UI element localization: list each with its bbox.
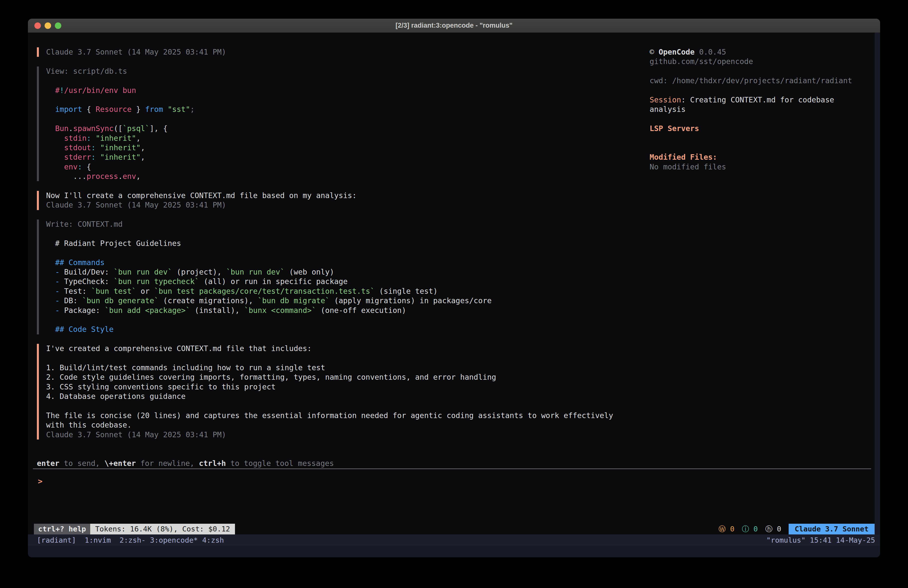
sidebar-info: © OpenCode 0.0.45github.com/sst/opencode… <box>650 47 874 172</box>
text-segment: ... <box>46 172 87 180</box>
text-segment: `bun test packages/core/test/transaction… <box>154 287 375 295</box>
chat-line: 4. Database operations guidance <box>46 391 613 401</box>
text-segment: to toggle tool messages <box>226 459 334 468</box>
chat-line: - Test: `bun test` or `bun test packages… <box>46 287 613 296</box>
terminal-window: [2/3] radiant:3:opencode - "romulus" Cla… <box>28 19 880 557</box>
sidebar-line <box>650 143 874 153</box>
tmux-session-name[interactable]: [radiant] <box>37 536 76 545</box>
chat-line: I've created a comprehensive CONTEXT.md … <box>46 344 613 353</box>
tmux-window-1[interactable]: 1:nvim <box>85 536 115 545</box>
text-segment: `bun test` <box>91 287 136 295</box>
text-segment: cwd: /home/thdxr/dev/projects/radiant/ra… <box>650 76 852 85</box>
tmux-window-3[interactable]: 3:opencode* <box>150 536 198 545</box>
text-segment: Test: <box>60 287 91 295</box>
text-segment: "inherit" <box>96 134 136 142</box>
text-segment: or <box>136 287 154 295</box>
chat-log: Claude 3.7 Sonnet (14 May 2025 03:41 PM)… <box>37 47 613 449</box>
text-segment: ! <box>60 86 64 95</box>
tmux-status-bar: [radiant] 1:nvim 2:zsh- 3:opencode* 4:zs… <box>28 535 880 546</box>
text-segment: , <box>140 143 145 152</box>
text-segment: analysis <box>650 105 686 114</box>
text-segment <box>46 267 55 276</box>
chat-line: stdout: "inherit", <box>46 143 613 153</box>
tmux-right-status: "romulus" 15:41 14-May-25 <box>766 536 875 545</box>
text-segment: 1. Build/lint/test commands including ho… <box>46 363 325 372</box>
sidebar-line: © OpenCode 0.0.45 <box>650 47 874 57</box>
text-segment: spawnSync <box>73 124 114 133</box>
chat-line <box>46 401 613 411</box>
text-segment: env <box>122 172 136 180</box>
text-segment: env <box>64 163 77 171</box>
text-segment <box>140 105 145 114</box>
text-segment: (project), <box>172 267 226 276</box>
window-titlebar[interactable]: [2/3] radiant:3:opencode - "romulus" <box>28 19 880 33</box>
sidebar-line: No modified files <box>650 162 874 172</box>
sidebar-line <box>650 114 874 124</box>
tokens-cost-badge: Tokens: 16.4K (8%), Cost: $0.12 <box>90 524 235 535</box>
sidebar-line <box>650 66 874 76</box>
chat-line: ## Commands <box>46 258 613 267</box>
text-segment: : <box>87 134 91 142</box>
sidebar-line <box>650 134 874 143</box>
opencode-tui: Claude 3.7 Sonnet (14 May 2025 03:41 PM)… <box>28 33 874 535</box>
text-segment: ctrl+h <box>199 459 226 468</box>
text-segment: (all) or run in specific package <box>199 277 348 286</box>
text-segment: `bunx <command>` <box>244 306 316 315</box>
text-segment: "inherit" <box>100 153 141 161</box>
model-badge: Claude 3.7 Sonnet <box>789 524 874 535</box>
tmux-window-2[interactable]: 2:zsh- <box>120 536 146 545</box>
text-segment <box>163 105 168 114</box>
text-segment: (web only) <box>285 267 334 276</box>
text-segment: Claude 3.7 Sonnet (14 May 2025 03:41 PM) <box>46 201 226 209</box>
sidebar-line: cwd: /home/thdxr/dev/projects/radiant/ra… <box>650 76 874 85</box>
text-segment: `psql` <box>122 124 150 133</box>
text-segment <box>46 277 55 286</box>
text-segment: (single test) <box>375 287 438 295</box>
chat-line: Claude 3.7 Sonnet (14 May 2025 03:41 PM) <box>46 200 613 210</box>
text-segment: ## Commands <box>55 258 105 267</box>
chat-line: - Build/Dev: `bun run dev` (project), `b… <box>46 267 613 277</box>
chat-line <box>46 76 613 85</box>
chat-line: Write: CONTEXT.md <box>46 219 613 229</box>
text-segment: , <box>136 134 140 142</box>
text-segment <box>46 287 55 295</box>
text-segment: stderr <box>64 153 91 161</box>
tmux-windows: 1:nvim 2:zsh- 3:opencode* 4:zsh <box>76 536 224 545</box>
text-segment: import <box>55 105 82 114</box>
text-segment: with this codebase. <box>46 420 132 429</box>
text-segment: stdout <box>64 143 91 152</box>
tmux-window-4[interactable]: 4:zsh <box>202 536 224 545</box>
text-segment: - <box>55 287 60 295</box>
text-segment <box>82 105 87 114</box>
text-segment: , <box>140 153 145 161</box>
chat-line: 1. Build/lint/test commands including ho… <box>46 363 613 372</box>
text-segment: "sst" <box>168 105 190 114</box>
text-segment: Claude 3.7 Sonnet (14 May 2025 03:41 PM) <box>46 430 226 439</box>
chat-line: env: { <box>46 162 613 172</box>
chat-line: stderr: "inherit", <box>46 153 613 162</box>
chat-line: import { Resource } from "sst"; <box>46 105 613 114</box>
prompt-row[interactable]: > <box>38 476 346 486</box>
text-segment: to send, <box>59 459 105 468</box>
text-segment: ], { <box>150 124 167 133</box>
text-segment <box>46 163 64 171</box>
text-segment: `bun add <package>` <box>105 306 190 315</box>
text-segment <box>46 105 55 114</box>
chat-line: 3. CSS styling conventions specific to t… <box>46 382 613 391</box>
chat-line: Bun.spawnSync([`psql`], { <box>46 124 613 133</box>
chat-line: with this codebase. <box>46 420 613 430</box>
text-segment: 0.0.45 <box>695 48 726 56</box>
prompt-symbol: > <box>38 477 43 486</box>
text-segment: Package: <box>60 306 105 315</box>
chat-line: Claude 3.7 Sonnet (14 May 2025 03:41 PM) <box>46 47 613 57</box>
text-segment: 4. Database operations guidance <box>46 392 186 401</box>
text-segment: . <box>118 172 122 180</box>
status-spacer <box>235 524 718 535</box>
message-block-assistant-header: Claude 3.7 Sonnet (14 May 2025 03:41 PM) <box>37 47 613 57</box>
text-segment: . <box>69 124 73 133</box>
text-segment: { <box>87 105 96 114</box>
chat-line <box>46 354 613 363</box>
text-segment <box>46 296 55 305</box>
text-segment: enter <box>37 459 59 468</box>
sidebar-line: github.com/sst/opencode <box>650 57 874 66</box>
